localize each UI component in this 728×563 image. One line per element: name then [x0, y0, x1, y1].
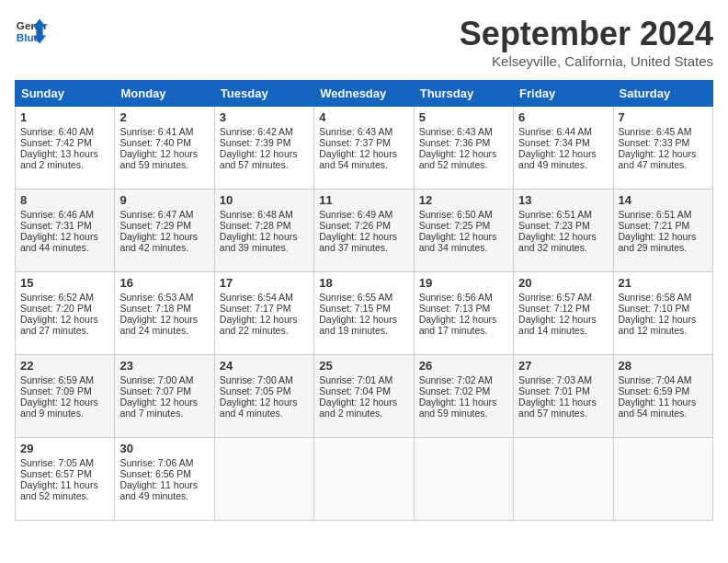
sunset-text: Sunset: 7:01 PM: [518, 385, 608, 396]
day-number: 28: [619, 359, 708, 373]
sunset-text: Sunset: 7:42 PM: [20, 137, 109, 148]
sunset-text: Sunset: 6:56 PM: [119, 468, 209, 479]
daylight-text: Daylight: 12 hours and 47 minutes.: [619, 148, 708, 170]
day-number: 19: [419, 276, 508, 290]
sunset-text: Sunset: 6:57 PM: [20, 468, 109, 479]
table-row: 26Sunrise: 7:02 AMSunset: 7:02 PMDayligh…: [414, 355, 513, 438]
sunrise-text: Sunrise: 7:05 AM: [20, 457, 109, 468]
sunset-text: Sunset: 7:33 PM: [619, 137, 708, 148]
logo: General Blue: [15, 15, 48, 48]
table-row: 30Sunrise: 7:06 AMSunset: 6:56 PMDayligh…: [115, 438, 214, 521]
daylight-text: Daylight: 12 hours and 7 minutes.: [119, 396, 209, 419]
daylight-text: Daylight: 12 hours and 19 minutes.: [319, 314, 408, 336]
table-row: 14Sunrise: 6:51 AMSunset: 7:21 PMDayligh…: [613, 190, 712, 272]
table-row: 3Sunrise: 6:42 AMSunset: 7:39 PMDaylight…: [214, 107, 313, 190]
table-row: [514, 438, 613, 521]
header-row: Sunday Monday Tuesday Wednesday Thursday…: [16, 81, 713, 107]
day-number: 27: [518, 359, 608, 373]
page-header: General Blue September 2024 Kelseyville,…: [15, 15, 713, 69]
daylight-text: Daylight: 12 hours and 57 minutes.: [220, 148, 309, 170]
sunrise-text: Sunrise: 6:50 AM: [419, 209, 508, 220]
daylight-text: Daylight: 12 hours and 14 minutes.: [518, 314, 608, 336]
day-number: 17: [220, 276, 309, 290]
sunset-text: Sunset: 7:39 PM: [220, 137, 309, 148]
sunrise-text: Sunrise: 6:55 AM: [319, 292, 408, 303]
sunset-text: Sunset: 7:12 PM: [518, 303, 608, 314]
daylight-text: Daylight: 12 hours and 34 minutes.: [419, 231, 508, 253]
table-row: 25Sunrise: 7:01 AMSunset: 7:04 PMDayligh…: [314, 355, 414, 438]
sunrise-text: Sunrise: 6:51 AM: [619, 209, 708, 220]
sunrise-text: Sunrise: 7:00 AM: [220, 374, 309, 385]
sunset-text: Sunset: 7:40 PM: [119, 137, 209, 148]
day-number: 3: [220, 110, 309, 124]
calendar-week-4: 22Sunrise: 6:59 AMSunset: 7:09 PMDayligh…: [16, 355, 713, 438]
daylight-text: Daylight: 12 hours and 9 minutes.: [20, 396, 109, 419]
daylight-text: Daylight: 12 hours and 27 minutes.: [20, 314, 109, 336]
calendar-table: Sunday Monday Tuesday Wednesday Thursday…: [15, 80, 713, 521]
sunrise-text: Sunrise: 6:43 AM: [419, 126, 508, 137]
day-number: 2: [119, 110, 209, 124]
daylight-text: Daylight: 12 hours and 37 minutes.: [319, 231, 408, 253]
day-number: 21: [619, 276, 708, 290]
day-number: 7: [619, 110, 708, 124]
table-row: 18Sunrise: 6:55 AMSunset: 7:15 PMDayligh…: [314, 272, 414, 355]
daylight-text: Daylight: 12 hours and 49 minutes.: [518, 148, 608, 170]
sunset-text: Sunset: 7:18 PM: [119, 303, 209, 314]
sunset-text: Sunset: 7:05 PM: [220, 385, 309, 396]
table-row: [414, 438, 513, 521]
sunset-text: Sunset: 7:36 PM: [419, 137, 508, 148]
col-tuesday: Tuesday: [214, 81, 313, 107]
sunset-text: Sunset: 7:28 PM: [220, 220, 309, 231]
sunset-text: Sunset: 7:37 PM: [319, 137, 408, 148]
table-row: 21Sunrise: 6:58 AMSunset: 7:10 PMDayligh…: [613, 272, 712, 355]
daylight-text: Daylight: 11 hours and 52 minutes.: [20, 479, 109, 501]
day-number: 24: [220, 359, 309, 373]
sunrise-text: Sunrise: 6:45 AM: [619, 126, 708, 137]
sunrise-text: Sunrise: 7:03 AM: [518, 374, 608, 385]
sunrise-text: Sunrise: 6:40 AM: [20, 126, 109, 137]
sunset-text: Sunset: 7:10 PM: [619, 303, 708, 314]
sunrise-text: Sunrise: 6:53 AM: [119, 292, 209, 303]
sunset-text: Sunset: 7:04 PM: [319, 385, 408, 396]
calendar-title: September 2024: [460, 15, 713, 53]
daylight-text: Daylight: 12 hours and 17 minutes.: [419, 314, 508, 336]
sunset-text: Sunset: 7:23 PM: [518, 220, 608, 231]
day-number: 18: [319, 276, 408, 290]
day-number: 15: [20, 276, 109, 290]
sunset-text: Sunset: 7:25 PM: [419, 220, 508, 231]
sunset-text: Sunset: 7:29 PM: [119, 220, 209, 231]
daylight-text: Daylight: 12 hours and 54 minutes.: [319, 148, 408, 170]
sunset-text: Sunset: 7:26 PM: [319, 220, 408, 231]
table-row: 24Sunrise: 7:00 AMSunset: 7:05 PMDayligh…: [214, 355, 313, 438]
sunrise-text: Sunrise: 6:44 AM: [518, 126, 608, 137]
daylight-text: Daylight: 12 hours and 24 minutes.: [119, 314, 209, 336]
day-number: 10: [220, 193, 309, 207]
calendar-week-3: 15Sunrise: 6:52 AMSunset: 7:20 PMDayligh…: [16, 272, 713, 355]
table-row: 15Sunrise: 6:52 AMSunset: 7:20 PMDayligh…: [16, 272, 115, 355]
table-row: 29Sunrise: 7:05 AMSunset: 6:57 PMDayligh…: [16, 438, 115, 521]
table-row: 1Sunrise: 6:40 AMSunset: 7:42 PMDaylight…: [16, 107, 115, 190]
daylight-text: Daylight: 11 hours and 54 minutes.: [619, 396, 708, 419]
sunrise-text: Sunrise: 6:57 AM: [518, 292, 608, 303]
daylight-text: Daylight: 12 hours and 29 minutes.: [619, 231, 708, 253]
day-number: 23: [119, 359, 209, 373]
day-number: 5: [419, 110, 508, 124]
sunrise-text: Sunrise: 6:52 AM: [20, 292, 109, 303]
day-number: 16: [119, 276, 209, 290]
daylight-text: Daylight: 13 hours and 2 minutes.: [20, 148, 109, 170]
sunset-text: Sunset: 7:07 PM: [119, 385, 209, 396]
sunset-text: Sunset: 7:20 PM: [20, 303, 109, 314]
day-number: 12: [419, 193, 508, 207]
title-block: September 2024 Kelseyville, California, …: [460, 15, 713, 69]
sunrise-text: Sunrise: 6:58 AM: [619, 292, 708, 303]
table-row: 27Sunrise: 7:03 AMSunset: 7:01 PMDayligh…: [514, 355, 613, 438]
day-number: 26: [419, 359, 508, 373]
sunset-text: Sunset: 6:59 PM: [619, 385, 708, 396]
table-row: 6Sunrise: 6:44 AMSunset: 7:34 PMDaylight…: [514, 107, 613, 190]
sunset-text: Sunset: 7:02 PM: [419, 385, 508, 396]
daylight-text: Daylight: 12 hours and 39 minutes.: [220, 231, 309, 253]
table-row: 10Sunrise: 6:48 AMSunset: 7:28 PMDayligh…: [214, 190, 313, 272]
day-number: 30: [119, 442, 209, 455]
sunrise-text: Sunrise: 6:49 AM: [319, 209, 408, 220]
daylight-text: Daylight: 12 hours and 12 minutes.: [619, 314, 708, 336]
